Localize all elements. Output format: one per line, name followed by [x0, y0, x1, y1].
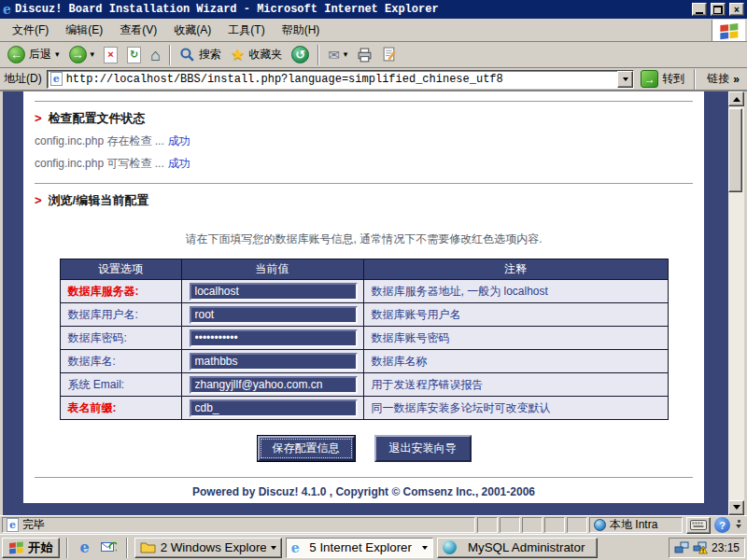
taskbar-separator [66, 538, 68, 558]
menu-bar: 文件(F) 编辑(E) 查看(V) 收藏(A) 工具(T) 帮助(H) [0, 19, 747, 42]
row-note: 数据库账号用户名 [363, 303, 668, 327]
row-note: 用于发送程序错误报告 [363, 373, 668, 397]
table-row: 数据库服务器: 数据库服务器地址, 一般为 localhost [60, 280, 668, 303]
scrollbar-track[interactable] [728, 106, 744, 500]
language-bar-options[interactable] [734, 520, 743, 531]
section-marker: > [35, 111, 42, 125]
mail-button[interactable]: ✉ ▾ [324, 43, 351, 66]
keyboard-layout-button[interactable] [686, 517, 711, 534]
minimize-button[interactable] [692, 3, 707, 16]
restore-button[interactable] [711, 3, 726, 16]
forward-dropdown-icon: ▾ [91, 50, 95, 59]
go-button[interactable]: → 转到 [639, 70, 686, 88]
scrollbar-thumb[interactable] [728, 108, 742, 192]
windows-flag-icon [8, 540, 24, 554]
history-icon: ↺ [291, 46, 309, 63]
stop-button[interactable]: × [100, 43, 121, 66]
taskbar-item-mysql-administrator[interactable]: MySQL Administrator [437, 538, 598, 558]
row-label: 系统 Email: [60, 373, 181, 397]
db-password-input[interactable] [190, 329, 358, 347]
toolbar-separator [317, 45, 319, 65]
db-user-input[interactable] [190, 306, 358, 324]
status-bar: e 完毕 本地 Intra ? [0, 515, 747, 534]
menu-file[interactable]: 文件(F) [4, 19, 57, 42]
divider [35, 183, 693, 184]
home-button[interactable]: ⌂ [147, 43, 164, 66]
go-arrow-icon: → [641, 70, 658, 88]
taskbar-item-internet-explorer[interactable]: e 5 Internet Explorer [286, 538, 433, 558]
divider [35, 477, 693, 478]
table-row: 数据库用户名: 数据库账号用户名 [60, 303, 668, 327]
row-label: 数据库名: [60, 350, 181, 373]
links-chevron-icon: » [733, 73, 740, 86]
chevron-down-icon [623, 77, 628, 84]
quick-launch-ie-icon[interactable]: e [75, 538, 95, 558]
search-button[interactable]: 搜索 [176, 43, 225, 66]
status-pane [477, 517, 498, 533]
windows-logo-box [712, 20, 745, 41]
start-label: 开始 [28, 539, 53, 556]
vertical-scrollbar[interactable] [728, 91, 744, 515]
system-tray: 23:15 [669, 538, 745, 558]
taskbar: 开始 e 2 Windows Explorer e 5 Internet Exp… [0, 534, 747, 560]
forward-button[interactable]: → ▾ [65, 43, 99, 66]
status-pane [522, 517, 543, 533]
go-label: 转到 [662, 71, 684, 87]
menu-edit[interactable]: 编辑(E) [57, 19, 111, 42]
network-warning-tray-icon[interactable] [693, 541, 708, 554]
close-button[interactable]: × [729, 3, 744, 16]
check-section-title: >检查配置文件状态 [35, 110, 693, 127]
ie-page-icon: e [7, 518, 19, 532]
history-button[interactable]: ↺ [288, 43, 313, 66]
taskbar-item-windows-explorer[interactable]: 2 Windows Explorer [134, 538, 282, 558]
menu-help[interactable]: 帮助(H) [274, 19, 329, 42]
db-server-input[interactable] [190, 283, 358, 301]
search-label: 搜索 [199, 47, 221, 63]
edit-icon [382, 47, 397, 63]
column-header-option: 设置选项 [60, 259, 181, 280]
edit-button[interactable] [378, 43, 401, 66]
system-email-input[interactable] [190, 376, 358, 394]
start-button[interactable]: 开始 [2, 538, 60, 558]
taskbar-clock: 23:15 [712, 541, 740, 554]
exit-wizard-button[interactable]: 退出安装向导 [374, 435, 472, 462]
address-field: e [47, 70, 635, 89]
save-config-button[interactable]: 保存配置信息 [258, 436, 355, 461]
address-input[interactable] [66, 72, 614, 87]
scroll-down-button[interactable] [728, 500, 744, 515]
ie-window-icon: e [3, 2, 11, 17]
table-prefix-input[interactable] [190, 399, 358, 417]
menu-favorites[interactable]: 收藏(A) [165, 19, 219, 42]
forward-icon: → [69, 46, 87, 63]
table-header-row: 设置选项 当前值 注释 [60, 259, 668, 280]
windows-flag-icon [719, 21, 740, 40]
taskbar-item-label: 2 Windows Explorer [161, 540, 266, 554]
check-line: config.inc.php 存在检查 ...成功 [35, 133, 693, 149]
scroll-up-button[interactable] [728, 91, 744, 106]
menu-view[interactable]: 查看(V) [111, 19, 165, 42]
divider [35, 101, 693, 102]
mail-icon: ✉ [328, 48, 340, 62]
network-tray-icon[interactable] [674, 541, 689, 554]
restore-icon [713, 6, 723, 14]
address-dropdown-button[interactable] [617, 71, 633, 88]
mysql-sphere-icon [443, 540, 457, 554]
links-button[interactable]: 链接 » [703, 71, 743, 87]
links-label: 链接 [707, 71, 729, 87]
taskbar-separator [126, 538, 128, 558]
language-bar-help-button[interactable]: ? [714, 517, 730, 533]
print-button[interactable] [353, 43, 376, 66]
favorites-button[interactable]: ★ 收藏夹 [227, 43, 286, 66]
table-row: 表名前缀: 同一数据库安装多论坛时可改变默认 [60, 397, 668, 420]
db-name-input[interactable] [190, 353, 358, 371]
back-button[interactable]: ← 后退 ▾ [4, 43, 63, 66]
edit-section-title: >浏览/编辑当前配置 [35, 192, 693, 209]
status-pane [500, 517, 520, 533]
refresh-button[interactable]: ↻ [123, 43, 145, 66]
row-label: 数据库密码: [60, 327, 181, 350]
menu-tools[interactable]: 工具(T) [219, 19, 273, 42]
config-table: 设置选项 当前值 注释 数据库服务器: 数据库服务器地址, 一般为 localh… [60, 259, 669, 420]
browser-toolbar: ← 后退 ▾ → ▾ × ↻ ⌂ 搜索 ★ 收藏夹 ↺ [0, 42, 747, 68]
status-text: 完毕 [22, 517, 45, 533]
quick-launch-outlook-express-icon[interactable] [99, 538, 120, 558]
